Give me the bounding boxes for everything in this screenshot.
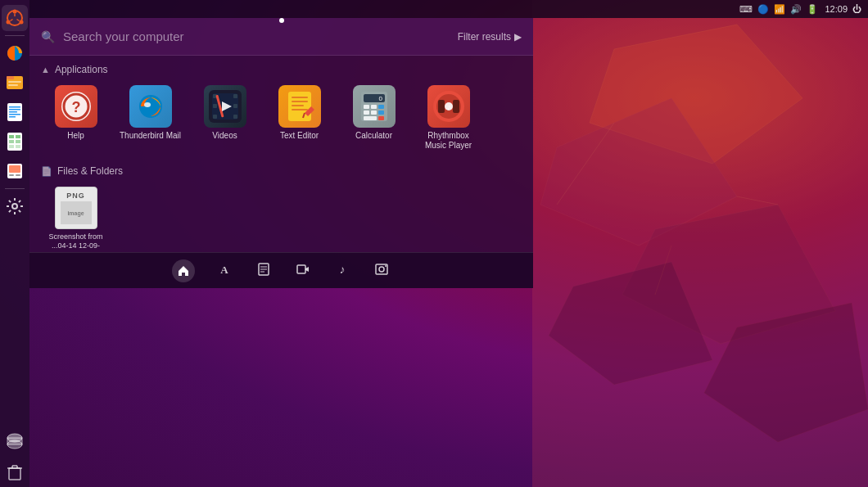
files-grid: PNG image Screenshot from ...04-14 12-09… (41, 183, 522, 252)
text-editor-app-label: Text Editor (280, 131, 319, 141)
svg-rect-0 (532, 0, 868, 487)
svg-rect-57 (233, 94, 237, 98)
category-music[interactable]: ♪ (332, 259, 352, 282)
svg-rect-78 (364, 116, 377, 120)
help-app-label: Help (67, 131, 84, 141)
svg-rect-75 (364, 110, 369, 115)
search-icon: 🔍 (41, 30, 55, 43)
launcher-item-firefox[interactable] (2, 40, 28, 66)
svg-line-7 (737, 196, 778, 205)
category-home[interactable] (172, 259, 195, 282)
svg-marker-2 (540, 98, 737, 246)
videos-app-label: Videos (212, 131, 237, 141)
svg-rect-42 (9, 468, 20, 480)
launcher-divider-mid (5, 188, 25, 189)
desktop: ⌨ 🔵 📶 🔊 🔋 12:09 ⏻ (0, 0, 868, 487)
app-item-rhythmbox[interactable]: ♪ Rhythmbox Music Player (414, 82, 483, 154)
launcher-item-writer[interactable] (2, 99, 28, 125)
keyboard-icon[interactable]: ⌨ (739, 4, 753, 15)
svg-line-15 (11, 20, 13, 21)
active-indicator (279, 18, 284, 23)
applications-section: ▲ Applications ? Help (41, 64, 522, 154)
bluetooth-icon[interactable]: 🔵 (757, 4, 769, 15)
category-applications[interactable]: A (215, 259, 234, 282)
svg-rect-91 (297, 265, 305, 273)
svg-marker-1 (590, 25, 802, 164)
clock: 12:09 (825, 4, 848, 14)
filter-results-button[interactable]: Filter results ▶ (458, 31, 522, 43)
help-app-icon: ? (55, 85, 97, 128)
text-editor-app-icon (278, 85, 321, 128)
power-icon[interactable]: ⏻ (852, 4, 861, 14)
category-video[interactable] (293, 259, 313, 282)
svg-rect-74 (378, 105, 384, 109)
launcher-item-disk[interactable] (2, 430, 28, 456)
category-files[interactable] (254, 259, 274, 282)
applications-header: ▲ Applications (41, 64, 522, 75)
app-item-videos[interactable]: Videos (190, 82, 260, 154)
svg-rect-19 (8, 81, 21, 83)
rhythmbox-app-label: Rhythmbox Music Player (417, 131, 480, 151)
svg-rect-66 (292, 109, 308, 110)
svg-text:♪: ♪ (446, 102, 450, 111)
calculator-app-icon: 0 (353, 85, 396, 128)
svg-rect-72 (364, 105, 369, 109)
svg-rect-22 (9, 106, 20, 108)
svg-rect-83 (438, 100, 445, 113)
launcher-item-ubuntu[interactable] (2, 5, 28, 31)
thunderbird-app-icon (129, 85, 172, 128)
category-photos[interactable] (372, 259, 391, 282)
launcher-item-impress[interactable] (2, 158, 28, 184)
svg-point-96 (385, 265, 387, 267)
svg-rect-63 (292, 97, 308, 98)
svg-point-41 (7, 434, 22, 442)
launcher (0, 0, 29, 487)
dash-overlay: 🔍 Filter results ▶ ▲ Applications (29, 18, 533, 288)
volume-icon[interactable]: 🔊 (790, 4, 802, 15)
svg-rect-64 (292, 101, 308, 102)
rhythmbox-app-icon: ♪ (427, 85, 470, 128)
applications-header-icon: ▲ (41, 65, 50, 74)
file-item-screenshot[interactable]: PNG image Screenshot from ...04-14 12-09… (41, 183, 111, 252)
svg-text:♪: ♪ (339, 263, 345, 276)
dash-category-bar: A ♪ (29, 252, 533, 288)
svg-marker-5 (704, 303, 868, 442)
svg-rect-56 (213, 115, 217, 119)
app-item-thunderbird[interactable]: Thunderbird Mail (115, 82, 185, 154)
svg-rect-59 (233, 115, 237, 119)
svg-rect-24 (9, 111, 17, 113)
files-header-icon: 📄 (41, 166, 52, 177)
svg-rect-18 (7, 76, 14, 79)
svg-point-38 (12, 204, 17, 209)
svg-rect-77 (378, 110, 384, 115)
svg-rect-20 (8, 84, 18, 86)
svg-rect-76 (371, 110, 377, 115)
svg-rect-37 (16, 174, 20, 176)
svg-rect-26 (9, 116, 16, 118)
search-bar: 🔍 Filter results ▶ (29, 18, 533, 56)
launcher-divider-top (5, 35, 25, 36)
svg-rect-32 (9, 145, 14, 148)
launcher-item-files[interactable] (2, 70, 28, 96)
launcher-item-settings[interactable] (2, 193, 28, 219)
app-item-calculator[interactable]: 0 Calculator (339, 82, 409, 154)
search-input[interactable] (63, 29, 522, 43)
svg-point-10 (13, 10, 17, 14)
launcher-item-trash[interactable] (2, 459, 28, 485)
svg-text:?: ? (71, 99, 80, 115)
files-header: 📄 Files & Folders (41, 165, 522, 177)
app-grid: ? Help (41, 82, 522, 154)
svg-rect-65 (292, 105, 304, 106)
app-item-text-editor[interactable]: Text Editor (264, 82, 334, 154)
network-icon[interactable]: 📶 (774, 4, 785, 15)
app-item-help[interactable]: ? Help (41, 82, 111, 154)
applications-label: Applications (55, 64, 108, 75)
svg-rect-29 (16, 135, 20, 138)
svg-rect-23 (9, 109, 20, 110)
battery-icon[interactable]: 🔋 (807, 4, 818, 15)
svg-point-12 (7, 20, 11, 25)
svg-line-6 (557, 123, 614, 205)
launcher-item-calc[interactable] (2, 129, 28, 155)
svg-rect-73 (371, 105, 377, 109)
videos-app-icon (204, 85, 246, 128)
